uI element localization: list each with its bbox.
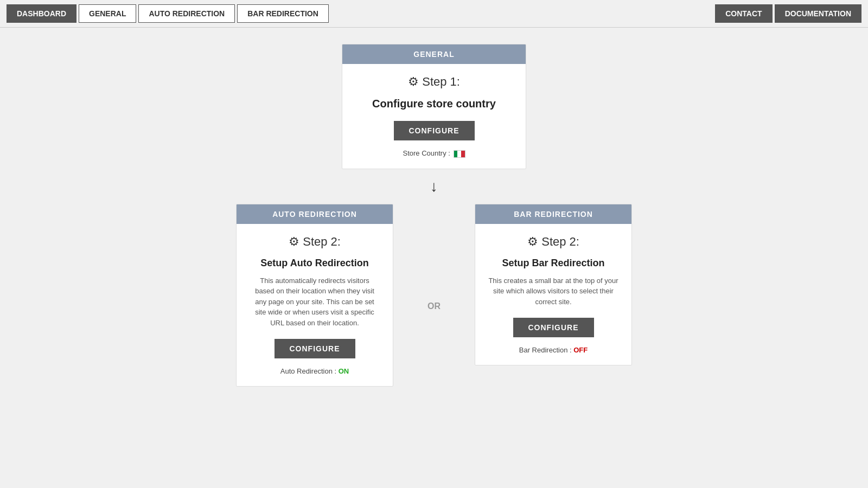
bar-step-description: This creates a small bar at the top of y… (488, 275, 618, 307)
general-status-label: Store Country : (403, 149, 450, 157)
general-card-header: GENERAL (342, 44, 526, 64)
nav-btn-auto-redirection[interactable]: AUTO REDIRECTION (138, 4, 235, 23)
nav-btn-dashboard[interactable]: DASHBOARD (7, 4, 76, 23)
auto-step-description: This automatically redirects visitors ba… (250, 275, 380, 329)
bar-step-label: Step 2: (541, 235, 579, 248)
auto-card-header: AUTO REDIRECTION (237, 204, 393, 224)
documentation-button[interactable]: DOCUMENTATION (775, 4, 861, 23)
general-card: GENERAL ⚙ Step 1: Configure store countr… (342, 44, 526, 169)
bar-card-body: ⚙ Step 2: Setup Bar Redirection This cre… (475, 224, 631, 365)
flag-stripe-red (461, 151, 465, 157)
general-card-body: ⚙ Step 1: Configure store country CONFIG… (342, 64, 526, 169)
flag-stripe-green (454, 151, 458, 157)
gear-icon-bar: ⚙ (527, 235, 538, 248)
auto-redirection-card: AUTO REDIRECTION ⚙ Step 2: Setup Auto Re… (236, 204, 393, 387)
general-configure-button[interactable]: CONFIGURE (394, 121, 475, 140)
bar-step-title: ⚙ Step 2: (488, 235, 618, 249)
or-divider: OR (393, 204, 475, 311)
auto-card-body: ⚙ Step 2: Setup Auto Redirection This au… (237, 224, 393, 387)
bar-status-label: Bar Redirection : (519, 346, 572, 354)
arrow-down: ↓ (430, 178, 438, 195)
general-step-label: Step 1: (422, 75, 460, 88)
contact-button[interactable]: CONTACT (715, 4, 772, 23)
italy-flag (454, 150, 465, 158)
bottom-row: AUTO REDIRECTION ⚙ Step 2: Setup Auto Re… (236, 204, 632, 387)
bar-card-header: BAR REDIRECTION (475, 204, 631, 224)
general-step-subtitle: Configure store country (355, 98, 513, 110)
auto-step-label: Step 2: (303, 235, 341, 248)
gear-icon: ⚙ (408, 75, 419, 88)
bar-configure-button[interactable]: CONFIGURE (513, 318, 594, 337)
general-status-text: Store Country : (355, 149, 513, 158)
flag-stripe-white (457, 151, 461, 157)
nav-left: DASHBOARD GENERAL AUTO REDIRECTION BAR R… (7, 4, 329, 23)
nav-btn-bar-redirection[interactable]: BAR REDIRECTION (237, 4, 329, 23)
nav-bar: DASHBOARD GENERAL AUTO REDIRECTION BAR R… (0, 0, 868, 28)
nav-right: CONTACT DOCUMENTATION (715, 4, 861, 23)
auto-status-value: ON (339, 367, 349, 375)
general-step-title: ⚙ Step 1: (355, 75, 513, 89)
main-content: GENERAL ⚙ Step 1: Configure store countr… (0, 28, 868, 403)
bar-status-text: Bar Redirection : OFF (488, 346, 618, 354)
auto-step-subtitle: Setup Auto Redirection (250, 258, 380, 269)
auto-step-title: ⚙ Step 2: (250, 235, 380, 249)
auto-configure-button[interactable]: CONFIGURE (275, 339, 355, 358)
bar-status-value: OFF (573, 346, 588, 354)
auto-status-label: Auto Redirection : (280, 367, 336, 375)
bar-redirection-card: BAR REDIRECTION ⚙ Step 2: Setup Bar Redi… (475, 204, 632, 366)
nav-btn-general[interactable]: GENERAL (79, 4, 136, 23)
gear-icon-auto: ⚙ (289, 235, 299, 248)
auto-status-text: Auto Redirection : ON (250, 367, 380, 375)
bar-step-subtitle: Setup Bar Redirection (488, 258, 618, 269)
